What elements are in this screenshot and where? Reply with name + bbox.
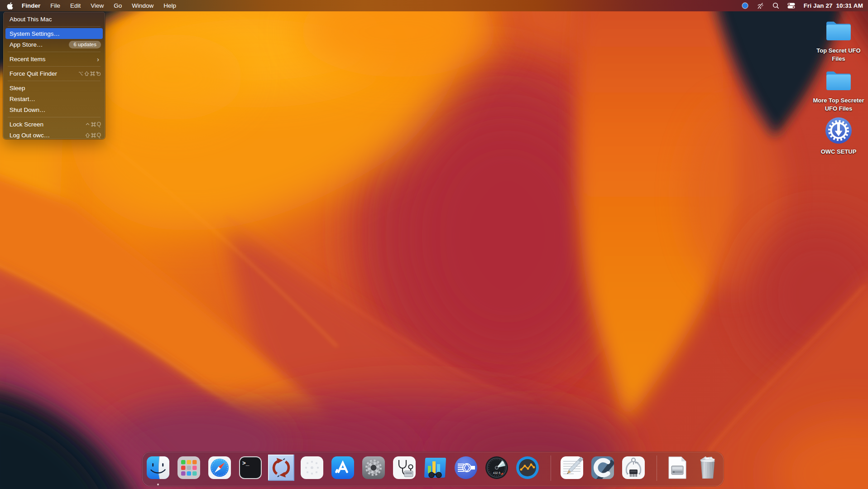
svg-text:432.5: 432.5 xyxy=(493,471,501,474)
svg-text:>_: >_ xyxy=(242,460,249,467)
